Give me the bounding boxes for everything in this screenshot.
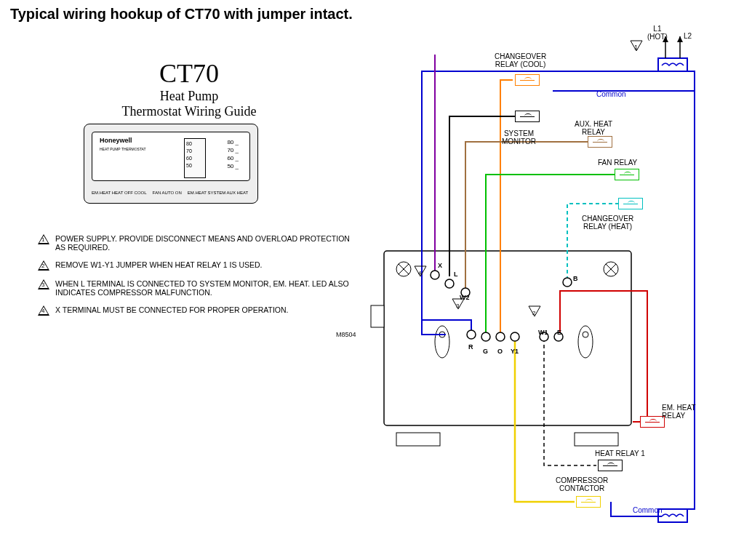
- changeover-cool-label: CHANGEOVER RELAY (COOL): [495, 52, 546, 68]
- svg-text:4: 4: [418, 270, 422, 276]
- em-heat-relay-icon: [640, 416, 665, 428]
- l2-label: L2: [684, 32, 692, 40]
- aux-heat-label: AUX. HEAT RELAY: [575, 120, 612, 136]
- heat-relay-1-icon: [598, 460, 623, 471]
- svg-point-23: [431, 271, 439, 279]
- term-b: B: [573, 275, 578, 282]
- l1-label: L1 (HOT): [647, 25, 668, 41]
- svg-text:2: 2: [532, 310, 536, 316]
- svg-point-28: [496, 332, 505, 341]
- term-y1: Y1: [511, 348, 519, 355]
- svg-rect-1: [396, 433, 440, 446]
- em-heat-label: EM. HEAT RELAY: [662, 404, 695, 420]
- compressor-contactor-label: COMPRESSOR CONTACTOR: [556, 476, 608, 492]
- fan-relay-label: FAN RELAY: [598, 159, 637, 167]
- term-w2: W2: [460, 294, 470, 301]
- term-o: O: [497, 348, 503, 355]
- svg-text:3: 3: [456, 303, 460, 309]
- svg-point-26: [467, 330, 476, 339]
- svg-point-27: [481, 332, 490, 341]
- common-top-label: Common: [596, 90, 626, 98]
- changeover-heat-label: CHANGEOVER RELAY (HEAT): [582, 215, 633, 231]
- svg-point-29: [511, 332, 519, 341]
- system-monitor-relay-icon: [515, 111, 540, 122]
- system-monitor-label: SYSTEM MONITOR: [502, 129, 536, 145]
- aux-heat-relay-icon: [588, 136, 612, 148]
- changeover-heat-relay-icon: [618, 198, 643, 209]
- svg-point-24: [445, 279, 454, 288]
- wiring-diagram: 1 4: [0, 0, 744, 560]
- term-g: G: [483, 348, 488, 355]
- svg-marker-18: [677, 36, 683, 42]
- heat-relay-1-label: HEAT RELAY 1: [595, 449, 645, 457]
- changeover-cool-relay-icon: [515, 74, 540, 86]
- term-x: X: [438, 262, 442, 269]
- common-bottom-label: Common: [633, 506, 663, 514]
- term-e: E: [557, 329, 561, 336]
- svg-point-32: [563, 278, 572, 287]
- term-r: R: [468, 343, 473, 351]
- svg-rect-2: [575, 433, 618, 446]
- term-l: L: [454, 271, 458, 278]
- fan-relay-icon: [615, 169, 639, 180]
- compressor-contactor-icon: [576, 496, 601, 508]
- term-w1: W1: [538, 329, 548, 336]
- svg-text:1: 1: [634, 44, 638, 51]
- svg-rect-3: [371, 305, 384, 327]
